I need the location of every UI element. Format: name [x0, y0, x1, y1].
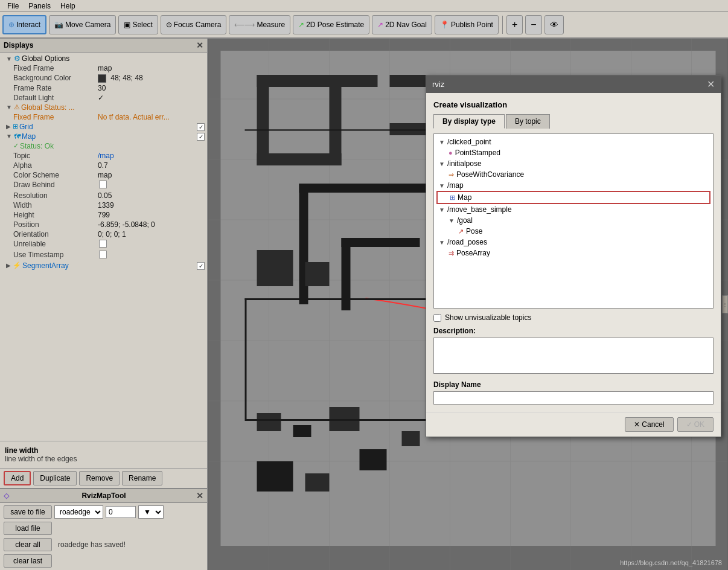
topic-initialpose[interactable]: ▼ /initialpose [436, 158, 710, 169]
topic-map-child[interactable]: ⊞ Map [436, 191, 710, 204]
topic-map-group[interactable]: ▼ /map [436, 180, 710, 191]
menu-file[interactable]: File [2, 2, 24, 10]
interact-button[interactable]: ⊕ Interact [2, 15, 46, 34]
road-poses-expand[interactable]: ▼ [439, 239, 445, 246]
grid-expand[interactable]: ▶ [6, 123, 11, 130]
global-options-expand[interactable]: ▼ [6, 56, 12, 62]
segment-checkbox[interactable] [197, 262, 205, 270]
svg-rect-17 [257, 75, 378, 87]
rename-button[interactable]: Rename [122, 471, 162, 485]
grid-row[interactable]: ▶ ⊞ Grid [1, 122, 206, 132]
global-options-row[interactable]: ▼ ⚙ Global Options [1, 54, 206, 63]
pose-icon: ↗ [298, 21, 304, 29]
goal-expand[interactable]: ▼ [449, 217, 455, 224]
dialog-body: Create visualization By display type By … [426, 93, 721, 412]
frame-rate-val[interactable]: 30 [98, 84, 205, 92]
interact-label: Interact [16, 21, 40, 29]
grid-checkbox[interactable] [197, 123, 205, 131]
minus-button[interactable]: − [525, 15, 541, 34]
move-base-expand[interactable]: ▼ [439, 207, 445, 213]
map-area[interactable]: ⋮ rviz ✕ Create visualization By display… [208, 39, 728, 570]
global-status-row[interactable]: ▼ ⚠ Global Status: ... [1, 103, 206, 112]
number-input[interactable] [106, 506, 136, 518]
load-file-button[interactable]: load file [4, 522, 52, 535]
pose-estimate-button[interactable]: ↗ 2D Pose Estimate [293, 15, 369, 34]
map-drawbehind-val[interactable] [98, 181, 205, 190]
map-topic-val[interactable]: /map [98, 152, 205, 160]
display-name-label: Display Name [433, 380, 714, 389]
add-cross-button[interactable]: + [506, 15, 523, 34]
clear-last-button[interactable]: clear last [4, 554, 52, 568]
save-to-file-button[interactable]: save to file [4, 505, 52, 519]
topic-goal-group[interactable]: ▼ /goal [436, 215, 710, 226]
remove-button[interactable]: Remove [79, 471, 120, 485]
map-alpha-val[interactable]: 0.7 [98, 161, 205, 170]
tab-by-topic[interactable]: By topic [506, 114, 550, 129]
map-checkbox[interactable] [197, 133, 205, 141]
publish-point-button[interactable]: 📍 Publish Point [435, 15, 499, 34]
create-visualization-dialog[interactable]: rviz ✕ Create visualization By display t… [426, 75, 721, 437]
map-topic-row: Topic /map [1, 151, 206, 161]
number-dropdown[interactable]: ▼ [138, 505, 164, 519]
global-status-label: Global Status: ... [21, 103, 75, 112]
info-section: line width line width of the edges [0, 441, 207, 468]
add-button[interactable]: Add [4, 471, 31, 485]
map-row[interactable]: ▼ 🗺 Map [1, 132, 206, 141]
rviz-panel-close[interactable]: ✕ [196, 491, 203, 501]
menu-help[interactable]: Help [56, 2, 80, 10]
measure-button[interactable]: ⟵⟶ Measure [229, 15, 290, 34]
topic-pose-with-covariance[interactable]: ⇒ PoseWithCovariance [436, 169, 710, 180]
unreliable-checkbox[interactable] [99, 240, 107, 248]
segment-array-row[interactable]: ▶ ⚡ SegmentArray [1, 261, 206, 271]
pose-icon-tree: ↗ [458, 228, 464, 235]
display-name-input[interactable] [433, 391, 714, 405]
bg-color-val[interactable]: 48; 48; 48 [98, 74, 205, 83]
clear-all-button[interactable]: clear all [4, 538, 52, 551]
default-light-val[interactable]: ✓ [98, 94, 205, 102]
topic-point-stamped[interactable]: ● PointStamped [436, 147, 710, 158]
map-group-expand[interactable]: ▼ [439, 182, 445, 189]
clicked-point-expand[interactable]: ▼ [439, 139, 445, 146]
focus-camera-button[interactable]: ⊙ Focus Camera [161, 15, 227, 34]
map-expand[interactable]: ▼ [6, 133, 12, 139]
topic-road-poses[interactable]: ▼ /road_poses [436, 237, 710, 248]
show-unvisualizable-checkbox[interactable] [433, 314, 441, 322]
timestamp-checkbox[interactable] [99, 251, 107, 258]
topic-pose[interactable]: ↗ Pose [436, 226, 710, 237]
topic-tree[interactable]: ▼ /clicked_point ● PointStamped ▼ /initi… [433, 133, 714, 309]
status-ok-icon: ✓ [13, 142, 19, 150]
topic-move-base[interactable]: ▼ /move_base_simple [436, 204, 710, 215]
segment-expand[interactable]: ▶ [6, 262, 11, 269]
menu-panels[interactable]: Panels [24, 2, 56, 10]
tab-by-display-type[interactable]: By display type [433, 114, 505, 129]
rviz-panel-title: RvizMapTool [81, 492, 126, 500]
nav-goal-button[interactable]: ↗ 2D Nav Goal [372, 15, 432, 34]
ok-button[interactable]: ✓ OK [677, 417, 714, 432]
map-unreliable-val[interactable] [98, 240, 205, 249]
description-textarea[interactable] [433, 338, 714, 374]
dialog-close-button[interactable]: ✕ [707, 78, 715, 90]
initialpose-expand[interactable]: ▼ [439, 161, 445, 167]
map-position-row: Position -6.859; -5.0848; 0 [1, 220, 206, 229]
segment-icon: ⚡ [13, 261, 21, 269]
select-button[interactable]: ▣ Select [118, 15, 158, 34]
map-alpha-row: Alpha 0.7 [1, 161, 206, 170]
topic-clicked-point[interactable]: ▼ /clicked_point [436, 136, 710, 147]
file-dropdown[interactable]: roadedge [54, 505, 103, 519]
displays-close-button[interactable]: ✕ [196, 40, 203, 50]
draw-behind-checkbox[interactable] [99, 181, 107, 188]
default-light-row: Default Light ✓ [1, 93, 206, 103]
duplicate-button[interactable]: Duplicate [33, 471, 77, 485]
cancel-button[interactable]: ✕ Cancel [625, 417, 673, 432]
map-timestamp-val[interactable] [98, 251, 205, 260]
move-camera-button[interactable]: 📷 Move Camera [49, 15, 116, 34]
resize-handle[interactable]: ⋮ [722, 295, 728, 313]
map-colorscheme-val[interactable]: map [98, 171, 205, 179]
topic-pose-array[interactable]: ⇉ PoseArray [436, 248, 710, 258]
toolbar-sep [502, 16, 503, 34]
map-position-key: Position [13, 220, 98, 229]
map-unreliable-row: Unreliable [1, 239, 206, 250]
fixed-frame-val[interactable]: map [98, 64, 205, 72]
view-button[interactable]: 👁 [544, 15, 564, 34]
global-status-expand[interactable]: ▼ [6, 104, 12, 110]
